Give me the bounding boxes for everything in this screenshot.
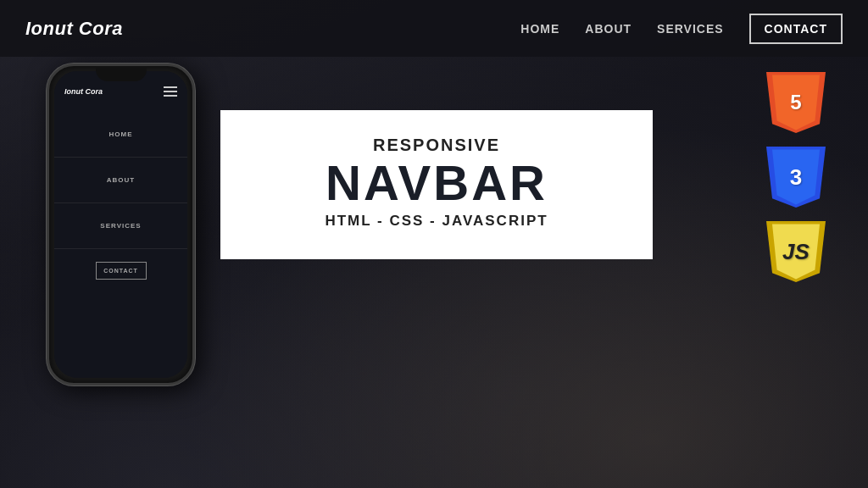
js-label: JS — [782, 239, 810, 265]
nav-link-services[interactable]: SERVICES — [657, 22, 724, 36]
center-textbox: RESPONSIVE NAVBAR HTML - CSS - JAVASCRIP… — [220, 110, 653, 259]
text-subtitle: HTML - CSS - JAVASCRIPT — [325, 213, 548, 230]
text-navbar: NAVBAR — [326, 158, 548, 208]
html5-label: 5 — [790, 91, 801, 114]
phone-menu-item-home: HOME — [54, 112, 187, 158]
phone-mockup: Ionut Cora HOME ABOUT SERVICES CONTACT — [47, 64, 195, 385]
css3-label: 3 — [790, 164, 802, 191]
phone-screen: Ionut Cora HOME ABOUT SERVICES CONTACT — [54, 71, 187, 378]
nav-link-contact[interactable]: CONTACT — [749, 14, 843, 44]
html5-badge: 5 — [766, 72, 826, 133]
js-badge: JS — [766, 221, 826, 282]
navbar-links: HOME ABOUT SERVICES CONTACT — [520, 14, 843, 44]
hamburger-icon — [164, 86, 177, 97]
html5-shield: 5 — [766, 72, 826, 133]
phone-menu-item-services: SERVICES — [54, 203, 187, 249]
css3-shield: 3 — [766, 147, 826, 208]
tech-badges: 5 3 JS — [766, 72, 826, 282]
nav-link-about[interactable]: ABOUT — [585, 22, 632, 36]
js-shield: JS — [766, 221, 826, 282]
css3-badge: 3 — [766, 147, 826, 208]
top-navbar: Ionut Cora HOME ABOUT SERVICES CONTACT — [0, 0, 868, 57]
nav-link-home[interactable]: HOME — [520, 22, 559, 36]
phone-notch — [96, 66, 147, 81]
phone-menu-item-about: ABOUT — [54, 158, 187, 203]
phone-brand: Ionut Cora — [64, 87, 103, 96]
text-responsive: RESPONSIVE — [373, 136, 500, 155]
phone-body: Ionut Cora HOME ABOUT SERVICES CONTACT — [47, 64, 195, 385]
phone-menu: HOME ABOUT SERVICES CONTACT — [54, 112, 187, 280]
navbar-brand: Ionut Cora — [25, 18, 123, 40]
phone-menu-item-contact: CONTACT — [96, 262, 147, 280]
